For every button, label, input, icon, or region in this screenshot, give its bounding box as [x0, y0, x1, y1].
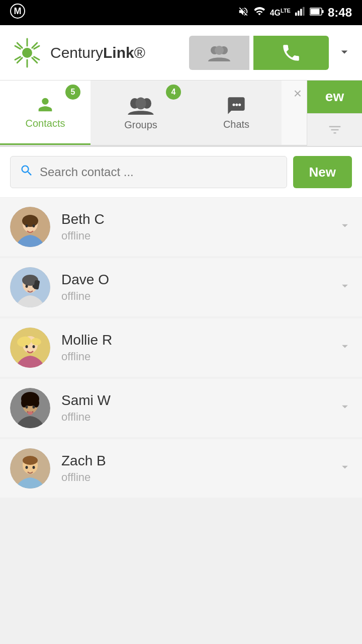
call-button[interactable]	[253, 36, 329, 70]
carrier-icon: M	[10, 4, 25, 22]
svg-text:M: M	[14, 6, 22, 16]
signal-icon	[295, 6, 306, 20]
right-panel: ew	[307, 80, 362, 146]
svg-point-33	[33, 224, 35, 227]
logo: CenturyLink®	[10, 36, 145, 70]
new-contact-button[interactable]: New	[293, 156, 352, 188]
tabs-container: 5 Contacts 4 Groups C	[0, 80, 307, 146]
search-bar: New	[0, 147, 362, 198]
tab-contacts-label: Contacts	[26, 118, 65, 129]
search-input[interactable]	[40, 165, 278, 179]
avatar	[10, 267, 50, 307]
tab-contacts[interactable]: 5 Contacts	[0, 80, 90, 145]
contact-status: offline	[61, 350, 333, 363]
contact-info: Sami W offline	[61, 392, 333, 424]
svg-point-27	[235, 103, 238, 106]
svg-line-14	[15, 56, 20, 59]
contact-item[interactable]: Beth C offline	[0, 198, 362, 256]
svg-point-44	[26, 345, 28, 348]
contact-status: offline	[61, 229, 333, 243]
svg-rect-2	[295, 12, 297, 15]
svg-point-53	[28, 412, 33, 415]
svg-line-11	[34, 46, 39, 49]
groups-badge: 4	[166, 85, 181, 100]
contact-status: offline	[61, 290, 333, 303]
group-button[interactable]	[189, 36, 249, 70]
tab-groups[interactable]: 4 Groups	[90, 80, 191, 145]
contact-name: Mollie R	[61, 332, 333, 348]
svg-point-26	[233, 103, 235, 106]
header-buttons	[189, 36, 352, 70]
contact-name: Beth C	[61, 211, 333, 227]
dropdown-button[interactable]	[337, 44, 352, 61]
contact-item[interactable]: Dave O offline	[0, 258, 362, 316]
status-icons: 4GLTE 8:48	[238, 6, 352, 20]
wifi-icon	[253, 6, 266, 20]
new-button-right[interactable]: ew	[307, 80, 362, 113]
contact-info: Zach B offline	[61, 453, 333, 484]
svg-rect-4	[300, 9, 302, 16]
contact-info: Mollie R offline	[61, 332, 333, 363]
close-tab-button[interactable]: ×	[294, 86, 302, 102]
search-icon	[20, 164, 34, 181]
network-type: 4GLTE	[270, 8, 291, 18]
avatar	[10, 328, 50, 368]
centurylink-logo-icon	[10, 36, 44, 70]
svg-point-58	[33, 466, 35, 469]
svg-rect-3	[298, 11, 300, 16]
svg-line-12	[34, 56, 39, 59]
contact-status: offline	[61, 471, 333, 484]
svg-rect-7	[322, 10, 323, 13]
contact-info: Beth C offline	[61, 211, 333, 243]
logo-text: CenturyLink®	[50, 44, 145, 61]
contacts-badge: 5	[65, 85, 80, 100]
tab-chats[interactable]: Chats	[191, 80, 282, 145]
svg-point-56	[23, 456, 38, 465]
avatar	[10, 207, 50, 247]
contact-name: Dave O	[61, 272, 333, 288]
avatar	[10, 448, 50, 489]
svg-point-25	[136, 97, 146, 109]
filter-button-right[interactable]	[307, 113, 362, 146]
contact-name: Sami W	[61, 392, 333, 409]
chevron-down-icon	[338, 399, 352, 417]
chevron-down-icon	[338, 339, 352, 356]
svg-point-22	[215, 46, 224, 55]
battery-icon	[310, 7, 324, 19]
svg-point-28	[238, 103, 241, 106]
contact-item[interactable]: Zach B offline	[0, 439, 362, 498]
svg-point-37	[26, 285, 28, 288]
tab-chats-label: Chats	[223, 119, 249, 130]
svg-line-15	[15, 46, 20, 49]
contact-info: Dave O offline	[61, 272, 333, 303]
avatar	[10, 388, 50, 428]
chevron-down-icon	[338, 460, 352, 477]
svg-point-32	[26, 224, 28, 227]
svg-point-45	[33, 345, 35, 348]
contact-name: Zach B	[61, 453, 333, 469]
svg-point-57	[26, 466, 28, 469]
chevron-down-icon	[338, 279, 352, 296]
app-header: CenturyLink®	[0, 25, 362, 80]
svg-point-52	[33, 406, 35, 409]
svg-rect-5	[303, 7, 305, 15]
contact-item[interactable]: Mollie R offline	[0, 318, 362, 377]
mute-icon	[238, 6, 249, 20]
svg-point-31	[22, 215, 38, 227]
search-input-wrapper	[10, 156, 287, 188]
svg-point-9	[22, 48, 32, 58]
tab-groups-label: Groups	[124, 119, 157, 131]
contact-item[interactable]: Sami W offline	[0, 379, 362, 437]
contacts-list: Beth C offline Dave O offline	[0, 198, 362, 498]
chevron-down-icon	[338, 218, 352, 235]
status-bar: M 4GLTE	[0, 0, 362, 25]
contact-status: offline	[61, 411, 333, 424]
status-time: 8:48	[328, 6, 352, 20]
svg-point-51	[26, 406, 28, 409]
svg-rect-8	[310, 9, 319, 14]
